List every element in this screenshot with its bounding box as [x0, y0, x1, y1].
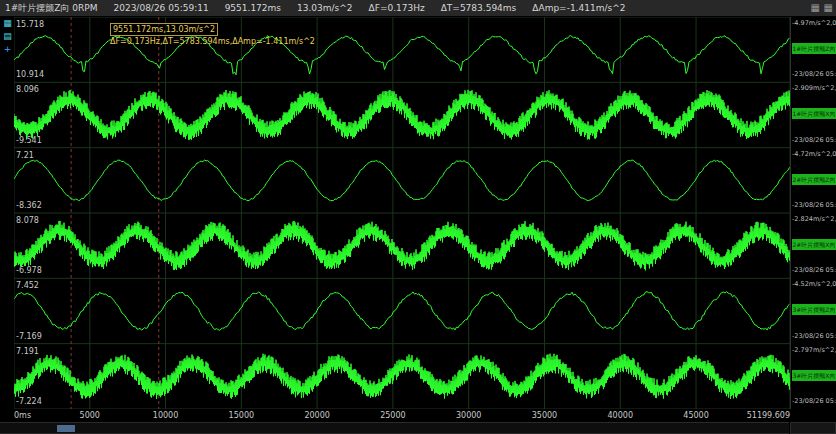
y-axis-min-label-ch1: 10.914: [16, 70, 44, 79]
x-tick-label-8: 40000: [608, 411, 633, 420]
channel-timestamp-4: -23/08/26 05:59: [792, 266, 836, 275]
y-axis-max-label-ch4: 8.078: [16, 216, 39, 225]
channel-name-button-5[interactable]: 3#叶片摆颤Z向: [792, 304, 836, 315]
y-axis-min-label-ch4: -6.978: [16, 266, 42, 275]
layout-grid-icon[interactable]: ▦: [3, 18, 12, 28]
y-axis-max-label-ch2: 8.096: [16, 85, 39, 94]
cursor-annotation: 9551.172ms,13.03m/s^2 ΔF=0.173Hz,ΔT=5783…: [110, 23, 315, 47]
x-axis: 0ms5000100001500020000250003000035000400…: [14, 409, 790, 422]
channel-cursor-value-6: -2.797m/s^2,0RPM: [792, 346, 836, 355]
y-axis-min-label-ch2: -9.541: [16, 136, 42, 145]
channel-name-button-3[interactable]: 2#叶片摆颤Z向: [792, 174, 836, 185]
channel-cursor-value-5: -4.52m/s^2,0RPM: [792, 280, 836, 289]
grid-view-icon[interactable]: ▦: [811, 1, 820, 15]
channel-name-button-4[interactable]: 2#叶片摆颤X向: [792, 239, 836, 250]
cursor-time-label: 9551.172ms: [225, 3, 281, 13]
add-icon[interactable]: +: [4, 44, 12, 54]
x-tick-label-7: 35000: [532, 411, 557, 420]
waveform-plot[interactable]: 9551.172ms,13.03m/s^2 ΔF=0.173Hz,ΔT=5783…: [14, 17, 790, 409]
datetime-label: 2023/08/26 05:59:11: [113, 3, 208, 13]
delta-f-label: ΔF=0.173Hz: [369, 3, 425, 13]
window-layout-icon[interactable]: ▦: [824, 1, 833, 15]
channel-name-button-2[interactable]: 1#叶片摆颤X向: [792, 108, 836, 119]
waveform-trace-3: [14, 160, 790, 201]
y-axis-min-label-ch3: -8.362: [16, 201, 42, 210]
y-axis-min-label-ch6: -7.224: [16, 397, 42, 406]
h-scrollbar[interactable]: [0, 422, 789, 434]
y-axis-max-label-ch1: 15.718: [16, 20, 44, 29]
x-tick-label-0: 0ms: [14, 411, 31, 420]
channel-cursor-value-4: -2.824m/s^2,0RPM: [792, 215, 836, 224]
delta-amp-label: ΔAmp=-1.411m/s^2: [532, 3, 625, 13]
channel-cursor-value-3: -4.72m/s^2,0RPM: [792, 150, 836, 159]
channel-timestamp-1: -23/08/26 05:59: [792, 70, 836, 79]
x-tick-label-6: 30000: [456, 411, 481, 420]
waveform-trace-2: [14, 90, 790, 140]
channel-cursor-value-2: -2.909m/s^2,0RPM: [792, 84, 836, 93]
channel-timestamp-2: -23/08/26 05:59: [792, 136, 836, 145]
corner-box: [790, 422, 836, 434]
left-toolbar: ▦▤+: [1, 18, 14, 54]
x-tick-label-2: 10000: [153, 411, 178, 420]
waveform-trace-5: [14, 292, 790, 331]
x-tick-label-9: 45000: [683, 411, 708, 420]
channel-name-button-6[interactable]: 3#叶片摆颤X向: [792, 370, 836, 381]
y-axis-max-label-ch5: 7.452: [16, 281, 39, 290]
layout-rows-icon[interactable]: ▤: [3, 31, 12, 41]
x-tick-label-4: 20000: [304, 411, 329, 420]
channel-name-button-1[interactable]: 1#叶片摆颤Z向: [792, 43, 836, 54]
y-axis-max-label-ch3: 7.21: [16, 151, 34, 160]
y-axis-max-label-ch6: 7.191: [16, 347, 39, 356]
y-axis-min-label-ch5: -7.169: [16, 332, 42, 341]
x-tick-label-5: 25000: [380, 411, 405, 420]
app-window: 1#叶片摆颤Z向 0RPM 2023/08/26 05:59:11 9551.1…: [0, 0, 836, 434]
waveform-canvas: [14, 17, 790, 409]
channel-timestamp-5: -23/08/26 05:59: [792, 332, 836, 341]
scrollbar-thumb[interactable]: [57, 425, 75, 432]
channel-timestamp-3: -23/08/26 05:59: [792, 201, 836, 210]
waveform-trace-6: [14, 354, 790, 399]
x-tick-label-3: 15000: [229, 411, 254, 420]
annotation-deltas: ΔF=0.173Hz,ΔT=5783.594ms,ΔAmp=-1.411m/s^…: [110, 36, 315, 47]
channel-cursor-value-1: -4.97m/s^2,0RPM: [792, 19, 836, 28]
cursor-value-label: 13.03m/s^2: [297, 3, 353, 13]
channel-title: 1#叶片摆颤Z向 0RPM: [5, 2, 97, 15]
channel-timestamp-6: -23/08/26 05:59: [792, 397, 836, 406]
waveform-trace-4: [14, 221, 790, 270]
x-tick-label-10: 51199.609: [747, 411, 790, 420]
channel-panel: -4.97m/s^2,0RPM1#叶片摆颤Z向-23/08/26 05:59-2…: [790, 17, 836, 409]
header-bar: 1#叶片摆颤Z向 0RPM 2023/08/26 05:59:11 9551.1…: [0, 0, 836, 16]
x-tick-label-1: 5000: [80, 411, 100, 420]
annotation-readout: 9551.172ms,13.03m/s^2: [110, 23, 218, 36]
delta-t-label: ΔT=5783.594ms: [441, 3, 517, 13]
